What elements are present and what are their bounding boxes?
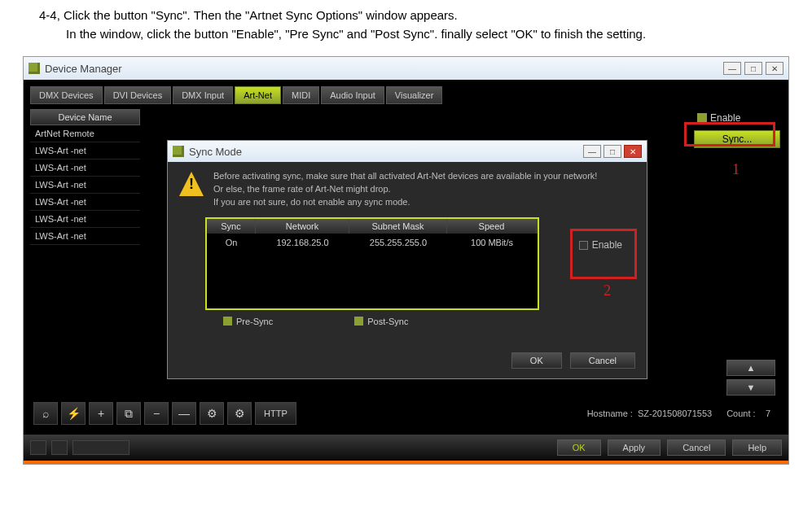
cell-speed: 100 MBit/s (447, 234, 537, 251)
device-list-item[interactable]: LWS-Art -net (30, 194, 140, 211)
titlebar: Device Manager — □ ✕ (24, 57, 788, 80)
table-row[interactable]: On 192.168.25.0 255.255.255.0 100 MBit/s (207, 234, 538, 251)
maximize-button[interactable]: □ (744, 62, 762, 75)
checkbox-icon (697, 113, 707, 123)
tab-dvi-devices[interactable]: DVI Devices (104, 86, 172, 104)
footer-icon[interactable] (51, 440, 68, 455)
dialog-ok-button[interactable]: OK (511, 352, 562, 369)
sync-mode-dialog: Sync Mode — □ ✕ ! Before activating sync… (167, 140, 647, 379)
app-icon (29, 63, 40, 74)
pre-sync-label: Pre-Sync (236, 317, 273, 326)
http-button[interactable]: HTTP (255, 402, 296, 425)
plus-button[interactable]: + (89, 402, 113, 425)
device-list-item[interactable]: LWS-Art -net (30, 211, 140, 228)
enable-toggle[interactable]: Enable (694, 111, 780, 125)
minimize-button[interactable]: — (723, 62, 741, 75)
arrow-up-button[interactable]: ▲ (726, 360, 775, 376)
dialog-minimize-button[interactable]: — (583, 145, 601, 158)
hostname-label: Hostname : (587, 409, 633, 418)
dialog-body: ! Before activating sync, make sure that… (168, 162, 647, 346)
pre-sync-toggle[interactable]: Pre-Sync (223, 317, 273, 326)
dialog-titlebar: Sync Mode — □ ✕ (168, 141, 647, 162)
warning-line: Before activating sync, make sure that a… (213, 170, 597, 183)
col-subnet: Subnet Mask (349, 219, 447, 234)
footer: OK Apply Cancel Help (24, 435, 788, 461)
device-list: Device Name ArtNet Remote LWS-Art -net L… (30, 109, 140, 394)
col-speed: Speed (447, 219, 537, 234)
annotation-number-2: 2 (604, 282, 611, 299)
count-value: 7 (766, 409, 770, 418)
tab-dmx-devices[interactable]: DMX Devices (30, 86, 103, 104)
annotation-number-1: 1 (732, 161, 740, 178)
right-panel: Enable Sync... (692, 109, 782, 394)
dialog-title: Sync Mode (189, 146, 242, 158)
dialog-maximize-button[interactable]: □ (604, 145, 621, 158)
cancel-button[interactable]: Cancel (667, 439, 726, 456)
cell-subnet: 255.255.255.0 (349, 234, 447, 251)
post-sync-toggle[interactable]: Post-Sync (354, 317, 408, 326)
arrow-buttons: ▲ ▼ (726, 360, 775, 396)
device-list-item[interactable]: LWS-Art -net (30, 177, 140, 194)
tab-visualizer[interactable]: Visualizer (386, 86, 443, 104)
footer-icon[interactable] (30, 440, 46, 455)
hostname-value: SZ-201508071553 (638, 409, 712, 418)
tab-art-net[interactable]: Art-Net (235, 86, 281, 104)
ok-button[interactable]: OK (557, 439, 601, 456)
device-list-item[interactable]: LWS-Art -net (30, 160, 140, 177)
instruction-step: 4-4, Click the button "Sync". Then the "… (39, 7, 812, 25)
count-label: Count : (726, 409, 755, 418)
tab-dmx-input[interactable]: DMX Input (173, 86, 233, 104)
network-table: Sync Network Subnet Mask Speed On 192.16… (205, 217, 539, 310)
dialog-enable-toggle[interactable]: Enable (574, 237, 627, 253)
device-list-item[interactable]: LWS-Art -net (30, 142, 140, 160)
warning-line: Or else, the frame rate of Art-Net might… (213, 183, 597, 196)
tab-audio-input[interactable]: Audio Input (321, 86, 384, 104)
device-list-item[interactable]: LWS-Art -net (30, 228, 140, 245)
cell-network: 192.168.25.0 (256, 234, 349, 251)
device-list-header: Device Name (30, 109, 140, 125)
instructions: 4-4, Click the button "Sync". Then the "… (0, 0, 812, 50)
warning-line: If you are not sure, do not enable any s… (213, 196, 597, 209)
checkbox-icon (579, 241, 588, 250)
tab-bar: DMX Devices DVI Devices DMX Input Art-Ne… (30, 86, 782, 104)
post-sync-label: Post-Sync (367, 317, 408, 326)
sync-button[interactable]: Sync... (694, 130, 780, 148)
enable-label: Enable (710, 112, 740, 124)
dialog-footer: OK Cancel (168, 346, 647, 378)
orange-bar (24, 461, 788, 464)
search-button[interactable]: ⌕ (33, 402, 58, 425)
footer-icon[interactable] (72, 440, 129, 455)
copy-button[interactable]: ⧉ (116, 402, 141, 425)
minus-button[interactable]: − (144, 402, 169, 425)
gear2-button[interactable]: ⚙ (227, 402, 252, 425)
arrow-down-button[interactable]: ▼ (726, 379, 775, 396)
dialog-enable-label: Enable (592, 239, 622, 251)
close-button[interactable]: ✕ (766, 62, 783, 75)
device-list-item[interactable]: ArtNet Remote (30, 125, 140, 142)
checkbox-icon (223, 317, 232, 326)
help-button[interactable]: Help (732, 439, 782, 456)
apply-button[interactable]: Apply (608, 439, 661, 456)
col-sync: Sync (207, 219, 256, 234)
gear1-button[interactable]: ⚙ (200, 402, 224, 425)
dialog-close-button[interactable]: ✕ (624, 145, 642, 158)
tab-midi[interactable]: MIDI (283, 86, 319, 104)
dialog-cancel-button[interactable]: Cancel (570, 352, 635, 369)
window-title: Device Manager (45, 63, 122, 75)
instruction-detail: In the window, click the button "Enable"… (39, 25, 812, 44)
bolt-button[interactable]: ⚡ (61, 402, 86, 425)
status-info: Hostname : SZ-201508071553 Count : 7 (587, 409, 770, 418)
warning-text: Before activating sync, make sure that a… (213, 170, 597, 209)
dialog-icon (173, 146, 184, 157)
bottom-toolbar: ⌕ ⚡ + ⧉ − — ⚙ ⚙ HTTP Hostname : SZ-20150… (30, 399, 782, 428)
col-network: Network (256, 219, 349, 234)
checkbox-icon (354, 317, 363, 326)
delete-button[interactable]: — (172, 402, 196, 425)
cell-sync: On (207, 234, 256, 251)
warning-icon: ! (179, 172, 204, 196)
